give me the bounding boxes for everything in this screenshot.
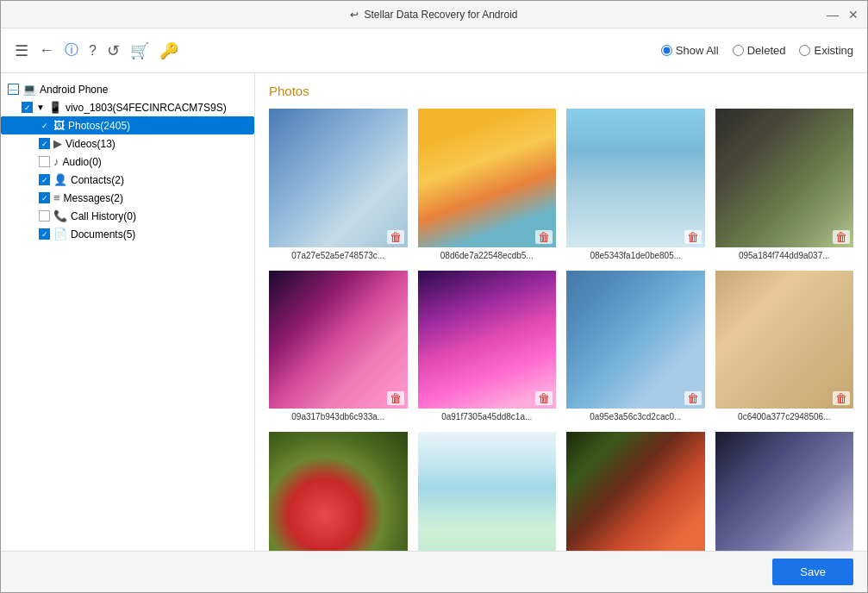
toolbar-right: Show All Deleted Existing [661,44,853,57]
key-icon[interactable]: 🔑 [159,41,178,60]
filter-deleted[interactable]: Deleted [733,44,786,57]
messages-icon: ≡ [53,191,60,204]
sidebar-item-photos[interactable]: ✓ 🖼 Photos(2405) [1,116,254,134]
contacts-icon: 👤 [53,173,67,186]
toolbar: ☰ ← ⓘ ? ↺ 🛒 🔑 Show All Deleted Existing [1,28,867,73]
videos-icon: ▶ [53,137,62,150]
checkbox-audio[interactable] [39,156,50,167]
photo-label: 0a95e3a56c3cd2cac0... [566,412,705,421]
sidebar-item-documents[interactable]: ✓ 📄 Documents(5) [1,225,254,243]
photo-label: 09a317b943db6c933a... [269,412,408,421]
phone-icon: 📱 [48,101,62,114]
save-button[interactable]: Save [772,559,853,585]
photo-delete-button[interactable]: 🗑 [684,230,702,244]
photo-item: 🗑08e5343fa1de0be805... [566,109,705,260]
minimize-button[interactable]: — [826,8,840,22]
photo-label: 08d6de7a22548ecdb5... [418,251,557,260]
photo-grid: 🗑07a27e52a5e748573c...🗑08d6de7a22548ecdb… [269,109,853,551]
documents-icon: 📄 [53,228,67,240]
photo-item: 🗑0c6400a377c2948506... [715,271,854,422]
title-bar: ↩ Stellar Data Recovery for Android — ✕ [1,1,867,28]
android-icon: 💻 [22,83,36,96]
photo-delete-button[interactable]: 🗑 [684,391,702,405]
photo-area: Photos 🗑07a27e52a5e748573c...🗑08d6de7a22… [255,73,867,551]
photo-thumb-container[interactable]: 🗑 [418,271,557,409]
photo-item: 🗑0a95e3a56c3cd2cac0... [566,271,705,422]
photo-area-title: Photos [269,84,853,98]
photo-item: 🗑07a27e52a5e748573c... [269,109,408,260]
back-icon[interactable]: ← [39,41,54,59]
filter-radio-group: Show All Deleted Existing [661,44,853,57]
photo-delete-button[interactable]: 🗑 [535,391,553,405]
menu-icon[interactable]: ☰ [15,41,28,60]
photo-delete-button[interactable]: 🗑 [387,230,404,244]
photo-thumb-container[interactable]: 🗑 [269,109,408,247]
callhistory-icon: 📞 [53,209,67,222]
title-bar-controls: — ✕ [826,8,860,22]
photo-thumb-container[interactable]: 🗑 [566,271,705,409]
sidebar-item-audio[interactable]: ♪ Audio(0) [1,153,254,171]
photo-item: 🗑08d6de7a22548ecdb5... [418,109,557,260]
title-bar-icon: ↩ [350,9,359,21]
photo-label: 08e5343fa1de0be805... [566,251,705,260]
checkbox-documents[interactable]: ✓ [39,228,50,240]
checkbox-contacts[interactable]: ✓ [39,174,50,185]
photo-thumb-container[interactable]: 🗑 [566,432,705,551]
photo-item: 🗑0a91f7305a45dd8c1a... [418,271,557,422]
photo-label: 0c6400a377c2948506... [715,412,854,421]
checkbox-videos[interactable]: ✓ [39,138,50,149]
photo-item: 🗑0cbb4ffb5aaf4f734ac... [715,432,854,551]
close-button[interactable]: ✕ [846,8,860,22]
photo-item: 🗑0c91b3c5c3a6d21326... [269,432,408,551]
photo-item: 🗑09a317b943db6c933a... [269,271,408,422]
checkbox-messages[interactable]: ✓ [39,192,50,203]
photos-icon: 🖼 [53,119,65,132]
main-content: — 💻 Android Phone ✓ ▼ 📱 vivo_1803(S4FECI… [1,73,867,551]
cart-icon[interactable]: 🛒 [130,41,149,60]
toolbar-left: ☰ ← ⓘ ? ↺ 🛒 🔑 [15,41,178,60]
sidebar-item-android-phone[interactable]: — 💻 Android Phone [1,80,254,98]
photo-delete-button[interactable]: 🗑 [833,230,850,244]
filter-show-all[interactable]: Show All [661,44,719,57]
audio-icon: ♪ [53,155,59,168]
filter-existing[interactable]: Existing [799,44,853,57]
bottom-bar: Save [1,551,867,592]
photo-thumb-container[interactable]: 🗑 [715,109,854,247]
checkbox-callhistory[interactable] [39,210,50,222]
sidebar: — 💻 Android Phone ✓ ▼ 📱 vivo_1803(S4FECI… [1,73,255,551]
filter-show-all-radio[interactable] [661,45,672,56]
photo-thumb-container[interactable]: 🗑 [715,271,854,409]
checkbox-android-phone[interactable]: — [8,84,19,95]
checkbox-vivo[interactable]: ✓ [22,102,33,113]
photo-label: 07a27e52a5e748573c... [269,251,408,260]
sidebar-item-vivo[interactable]: ✓ ▼ 📱 vivo_1803(S4FECINRCACM7S9S) [1,98,254,116]
photo-item: 🗑0c95a89aa93d9d931f... [418,432,557,551]
sidebar-item-contacts[interactable]: ✓ 👤 Contacts(2) [1,171,254,189]
photo-delete-button[interactable]: 🗑 [833,391,850,405]
photo-thumb-container[interactable]: 🗑 [418,432,557,551]
photo-thumb-container[interactable]: 🗑 [715,432,854,551]
photo-item: 🗑0caeba6f23b0843781... [566,432,705,551]
photo-thumb-container[interactable]: 🗑 [418,109,557,247]
title-bar-center: ↩ Stellar Data Recovery for Android [350,9,517,21]
checkbox-photos[interactable]: ✓ [39,120,50,131]
photo-thumb-container[interactable]: 🗑 [566,109,705,247]
filter-existing-radio[interactable] [799,45,810,56]
refresh-icon[interactable]: ↺ [107,41,120,60]
help-icon[interactable]: ? [89,43,97,59]
sidebar-item-videos[interactable]: ✓ ▶ Videos(13) [1,134,254,153]
photo-item: 🗑095a184f744dd9a037... [715,109,854,260]
photo-delete-button[interactable]: 🗑 [387,391,404,405]
app-title: Stellar Data Recovery for Android [364,9,517,21]
photo-thumb-container[interactable]: 🗑 [269,271,408,409]
info-icon[interactable]: ⓘ [65,41,78,59]
photo-label: 095a184f744dd9a037... [715,251,854,260]
photo-label: 0a91f7305a45dd8c1a... [418,412,557,421]
sidebar-item-messages[interactable]: ✓ ≡ Messages(2) [1,189,254,207]
sidebar-item-callhistory[interactable]: 📞 Call History(0) [1,207,254,225]
photo-delete-button[interactable]: 🗑 [535,230,553,244]
filter-deleted-radio[interactable] [733,45,744,56]
photo-thumb-container[interactable]: 🗑 [269,432,408,551]
